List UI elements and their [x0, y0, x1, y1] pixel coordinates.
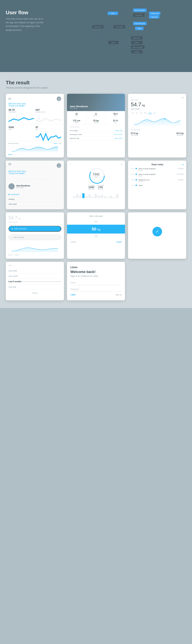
steps-circle-value: 7342 Steps	[93, 173, 99, 178]
menu-item-add-goal[interactable]: Add a goal	[8, 202, 61, 206]
dashboard-top-row	[8, 96, 61, 101]
lines-actions: Login Sign up	[71, 294, 122, 296]
welcome-text: Welcome back Jana, Things look allright.	[8, 102, 61, 107]
weight-value-row: 54.7 kg	[131, 102, 184, 108]
goal-icon: ⊕	[11, 228, 13, 230]
svg-line-1	[118, 14, 133, 16]
screen-steps-card: ← ⊕ 7342 Steps	[67, 160, 125, 209]
temp-chart	[8, 113, 34, 127]
svg-line-3	[145, 16, 150, 17]
hamburger-icon-2[interactable]	[8, 163, 11, 168]
avatar	[57, 96, 61, 101]
svg-rect-47	[79, 195, 81, 198]
steps-today-content: ← Steps today ⊕ 11:34 Place in South Gre…	[128, 160, 186, 190]
signup-button[interactable]: Sign up	[116, 294, 122, 296]
steps-add-btn[interactable]: ⊕	[121, 163, 122, 166]
steps-today-header: ← Steps today ⊕	[131, 163, 184, 166]
svg-text:Dashboard: Dashboard	[133, 37, 140, 39]
weight-range: 57.5 kg Max weight 53.4 kg Min weight	[131, 132, 184, 136]
cancel-goal-button[interactable]: Cancel	[71, 241, 76, 243]
screen-check-card: ✓	[128, 212, 186, 259]
svg-text:Add a new goal: Add a new goal	[133, 46, 143, 48]
max-steps: Jun 3 2015 12682 Max steps	[88, 185, 95, 190]
goals-section: YOUR GOALS Lose weight 5.5 kg / 8 kg Run…	[67, 125, 125, 142]
login-button[interactable]: Login	[71, 294, 76, 296]
stats-row: 36.75° Temperature 537 Calories burned	[8, 108, 61, 122]
weight-range-bottom: 57.5 53.4	[8, 254, 61, 256]
userflow-section: User flow User flow shows what user can …	[0, 0, 192, 72]
profile-stats-row2: 172 cm Height 53 kg Weight 21 % Fat	[67, 118, 125, 125]
svg-rect-57	[110, 196, 112, 198]
check-content: ✓	[128, 212, 186, 251]
steps-back-btn[interactable]: ←	[70, 163, 72, 166]
check-circle: ✓	[152, 227, 162, 236]
filter-last-year[interactable]: Last year	[8, 284, 61, 290]
min-weight: 53.4 kg Min weight	[177, 132, 184, 136]
data-icon: ↓	[11, 236, 12, 238]
add-goal-button[interactable]: ⊕ Add a new goal	[8, 226, 61, 232]
filter-line	[23, 282, 61, 282]
svg-text:Menu: Menu	[112, 42, 115, 44]
weight-chart-small	[8, 244, 61, 252]
timeline-entry-1: 11:34 Place in South Gregorian 15 min 78…	[131, 168, 184, 172]
weight-content: ← ⊞ June 4 2015 54.7 kg Body weight Feb …	[128, 94, 186, 138]
profile-header: Jana Novakova 57% of goals	[67, 94, 125, 111]
profile-bg-overlay	[90, 94, 125, 111]
min-w: 53.4	[15, 254, 19, 256]
lines-welcome: Welcome back!	[71, 270, 122, 274]
svg-text:Settings: Settings	[134, 51, 139, 53]
filter-cancel-button[interactable]: Cancel	[8, 292, 61, 294]
steps-today-add[interactable]: ⊕	[182, 164, 184, 166]
menu-user-info: Jana Novakova 57% of goals	[16, 185, 30, 188]
activity-chart	[8, 145, 61, 153]
menu-item-dashboard[interactable]: Dashboard	[8, 192, 61, 197]
weight-action-value-row: 54.7 kg	[8, 215, 61, 220]
svg-line-6	[125, 27, 135, 28]
svg-rect-59	[116, 194, 118, 198]
goal-line-label: Your goal 50 kg	[131, 129, 184, 130]
active-dot	[8, 194, 9, 195]
svg-text:Filter: Filter	[138, 28, 141, 30]
selected-goal-row: 50 kg	[67, 225, 125, 234]
steps-nav: ← ⊕	[70, 163, 122, 166]
steps-today-back[interactable]: ←	[131, 164, 133, 166]
screen-weight-action-card: 54.7 kg Body weight ⊕ Add a new goal ↓ A…	[6, 212, 64, 259]
weight-action-content: 54.7 kg Body weight ⊕ Add a new goal ↓ A…	[6, 212, 64, 259]
dashboard-bottom	[8, 154, 61, 155]
cal-stat: 537 Calories burned	[35, 108, 61, 122]
steps-circle: 7342 Steps	[88, 167, 104, 183]
svg-rect-53	[97, 196, 100, 198]
settings-icon[interactable]: ⊞	[182, 96, 184, 98]
screen-add-goal-card: Add a new goal 52 50 kg 50 Cancel Create	[67, 212, 125, 259]
weight-stat: 53 kg Weight	[86, 118, 106, 124]
filter-last-6months[interactable]: Last 6 months	[8, 279, 61, 284]
menu-top-row	[8, 163, 61, 168]
create-goal-button[interactable]: Create	[116, 241, 121, 243]
weight-chart-small-svg	[8, 244, 61, 252]
goal-row-3: Steps per day 3342 / 10000	[70, 136, 122, 140]
max-weight: 57.5 kg Max weight	[131, 132, 138, 136]
svg-text:Add a new goal: Add a new goal	[135, 23, 145, 24]
result-subtitle: The key screens designed for this projec…	[6, 86, 186, 89]
password-field[interactable]	[71, 287, 122, 292]
back-arrow[interactable]: ←	[131, 96, 133, 98]
weight-tabs: Feb Mar Apr May June July	[131, 112, 184, 114]
screen-filter-card: Filter Last week Last month Last 6 month…	[6, 262, 64, 300]
email-field[interactable]	[71, 280, 122, 285]
svg-rect-50	[88, 195, 91, 198]
hamburger-icon[interactable]	[8, 98, 11, 100]
screen-dashboard-card: Welcome back Jana, Things look allright.…	[6, 94, 64, 158]
menu-content: Welcome back Jana, Things look allright.…	[6, 160, 64, 209]
height-stat: 172 cm Height	[67, 118, 86, 124]
add-data-button[interactable]: ↓ Add new data	[8, 235, 61, 240]
userflow-title: User flow	[6, 10, 48, 16]
svg-rect-51	[92, 196, 94, 198]
result-title: The result	[6, 80, 186, 86]
filter-last-month[interactable]: Last month	[8, 274, 61, 279]
svg-line-0	[118, 11, 133, 14]
temp-stat: 36.75° Temperature	[8, 108, 34, 122]
svg-text:Goal detail: Goal detail	[135, 14, 142, 16]
userflow-description: User flow shows what user can do in the …	[6, 17, 44, 32]
filter-last-week[interactable]: Last week	[8, 268, 61, 274]
menu-item-settings[interactable]: Settings	[8, 197, 61, 202]
